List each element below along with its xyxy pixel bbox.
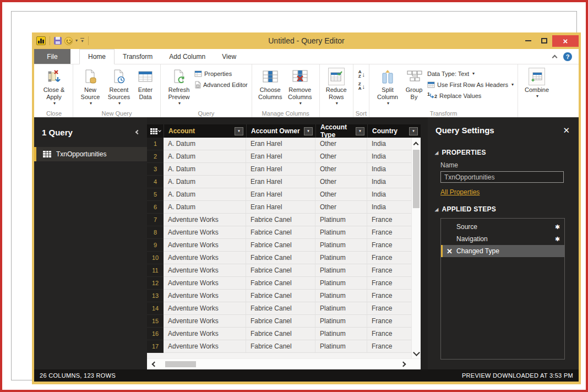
- applied-steps-section-header[interactable]: ◢ APPLIED STEPS: [435, 203, 564, 216]
- tab-add-column[interactable]: Add Column: [161, 49, 214, 64]
- enter-data-button[interactable]: Enter Data: [134, 67, 156, 101]
- minimize-button[interactable]: [520, 35, 536, 47]
- vertical-scroll-thumb[interactable]: [413, 150, 420, 208]
- tab-file[interactable]: File: [34, 49, 70, 64]
- maximize-button[interactable]: [536, 35, 552, 47]
- table-cell[interactable]: A. Datum: [164, 138, 246, 150]
- tab-view[interactable]: View: [214, 49, 244, 64]
- table-cell[interactable]: Eran Harel: [246, 150, 315, 163]
- scroll-down-icon[interactable]: [413, 349, 420, 356]
- table-cell[interactable]: A. Datum: [164, 188, 246, 201]
- column-header-country[interactable]: Country▼: [367, 124, 421, 138]
- gear-icon[interactable]: ✱: [555, 236, 560, 243]
- table-cell[interactable]: Other: [315, 138, 367, 150]
- applied-step-navigation[interactable]: Navigation✱: [441, 233, 564, 245]
- table-cell[interactable]: Adventure Works: [164, 290, 246, 302]
- table-corner-menu[interactable]: [147, 124, 164, 138]
- table-cell[interactable]: Platinum: [315, 214, 367, 226]
- table-cell[interactable]: Other: [315, 163, 367, 176]
- table-cell[interactable]: Adventure Works: [164, 239, 246, 252]
- table-cell[interactable]: A. Datum: [164, 176, 246, 188]
- applied-step-changed-type[interactable]: ✕Changed Type: [441, 245, 564, 257]
- table-cell[interactable]: Platinum: [315, 340, 367, 353]
- column-header-account-owner[interactable]: Account Owner▼: [246, 124, 315, 138]
- table-cell[interactable]: Platinum: [315, 290, 367, 302]
- table-cell[interactable]: Adventure Works: [164, 214, 246, 226]
- table-cell[interactable]: Fabrice Canel: [246, 239, 315, 252]
- table-cell[interactable]: Fabrice Canel: [246, 315, 315, 328]
- scroll-left-icon[interactable]: [152, 362, 157, 367]
- collapse-queries-pane-icon[interactable]: [135, 130, 140, 134]
- help-icon[interactable]: ?: [563, 52, 572, 61]
- replace-values-button[interactable]: 12 Replace Values: [427, 91, 514, 100]
- data-type-button[interactable]: Data Type: Text▾: [427, 69, 514, 78]
- table-cell[interactable]: Adventure Works: [164, 302, 246, 315]
- table-cell[interactable]: Fabrice Canel: [246, 214, 315, 226]
- column-header-account-type[interactable]: Account Type▼: [315, 124, 367, 138]
- table-cell[interactable]: Eran Harel: [246, 188, 315, 201]
- collapse-ribbon-icon[interactable]: [552, 55, 558, 60]
- table-cell[interactable]: Platinum: [315, 252, 367, 264]
- new-source-button[interactable]: New Source▾: [77, 67, 104, 106]
- tab-transform[interactable]: Transform: [115, 49, 161, 64]
- sort-ascending-icon[interactable]: AZ↓: [358, 70, 365, 79]
- table-cell[interactable]: Adventure Works: [164, 328, 246, 340]
- table-cell[interactable]: Fabrice Canel: [246, 264, 315, 277]
- table-cell[interactable]: A. Datum: [164, 201, 246, 214]
- refresh-preview-button[interactable]: Refresh Preview▾: [165, 67, 193, 106]
- tab-home[interactable]: Home: [79, 49, 115, 64]
- table-cell[interactable]: Fabrice Canel: [246, 328, 315, 340]
- table-cell[interactable]: Fabrice Canel: [246, 252, 315, 264]
- scroll-right-icon[interactable]: [401, 362, 406, 367]
- filter-dropdown-icon[interactable]: ▼: [409, 127, 418, 135]
- table-cell[interactable]: Platinum: [315, 226, 367, 239]
- table-cell[interactable]: Fabrice Canel: [246, 277, 315, 290]
- table-cell[interactable]: A. Datum: [164, 150, 246, 163]
- table-cell[interactable]: Platinum: [315, 239, 367, 252]
- table-cell[interactable]: Eran Harel: [246, 163, 315, 176]
- table-cell[interactable]: Other: [315, 201, 367, 214]
- gear-icon[interactable]: ✱: [555, 224, 560, 231]
- table-cell[interactable]: Other: [315, 176, 367, 188]
- reduce-rows-button[interactable]: Reduce Rows▾: [324, 67, 349, 106]
- horizontal-scrollbar[interactable]: [147, 358, 421, 369]
- table-cell[interactable]: Fabrice Canel: [246, 226, 315, 239]
- table-cell[interactable]: Adventure Works: [164, 252, 246, 264]
- table-cell[interactable]: A. Datum: [164, 163, 246, 176]
- table-cell[interactable]: Platinum: [315, 302, 367, 315]
- table-cell[interactable]: Adventure Works: [164, 315, 246, 328]
- scroll-up-icon[interactable]: [413, 142, 419, 148]
- choose-columns-button[interactable]: Choose Columns: [256, 67, 285, 101]
- table-cell[interactable]: Eran Harel: [246, 201, 315, 214]
- table-cell[interactable]: Other: [315, 188, 367, 201]
- horizontal-scroll-thumb[interactable]: [165, 361, 196, 367]
- delete-step-icon[interactable]: ✕: [443, 248, 456, 255]
- close-panel-icon[interactable]: ✕: [563, 126, 570, 134]
- advanced-editor-button[interactable]: Advanced Editor: [194, 80, 248, 89]
- filter-dropdown-icon[interactable]: ▼: [304, 127, 313, 135]
- recent-sources-button[interactable]: Recent Sources▾: [104, 67, 134, 106]
- table-cell[interactable]: Platinum: [315, 277, 367, 290]
- table-cell[interactable]: Adventure Works: [164, 226, 246, 239]
- table-cell[interactable]: Other: [315, 150, 367, 163]
- table-cell[interactable]: Adventure Works: [164, 340, 246, 353]
- table-cell[interactable]: Eran Harel: [246, 138, 315, 150]
- filter-dropdown-icon[interactable]: ▼: [356, 127, 364, 135]
- table-cell[interactable]: Adventure Works: [164, 264, 246, 277]
- group-by-button[interactable]: Group By: [402, 67, 426, 101]
- all-properties-link[interactable]: All Properties: [440, 188, 480, 196]
- sidebar-item-query[interactable]: TxnOpportunities: [34, 147, 147, 161]
- table-cell[interactable]: Platinum: [315, 328, 367, 340]
- table-cell[interactable]: Fabrice Canel: [246, 302, 315, 315]
- properties-button[interactable]: Properties: [194, 69, 248, 78]
- close-and-apply-button[interactable]: Close & Apply▾: [39, 67, 69, 106]
- applied-step-source[interactable]: Source✱: [441, 221, 564, 233]
- table-cell[interactable]: Fabrice Canel: [246, 290, 315, 302]
- use-first-row-as-headers-button[interactable]: Use First Row As Headers▾: [427, 80, 514, 89]
- remove-columns-button[interactable]: Remove Columns▾: [285, 67, 315, 106]
- table-cell[interactable]: Eran Harel: [246, 176, 315, 188]
- table-cell[interactable]: Adventure Works: [164, 277, 246, 290]
- table-cell[interactable]: Platinum: [315, 264, 367, 277]
- table-cell[interactable]: Platinum: [315, 315, 367, 328]
- filter-dropdown-icon[interactable]: ▼: [235, 127, 243, 135]
